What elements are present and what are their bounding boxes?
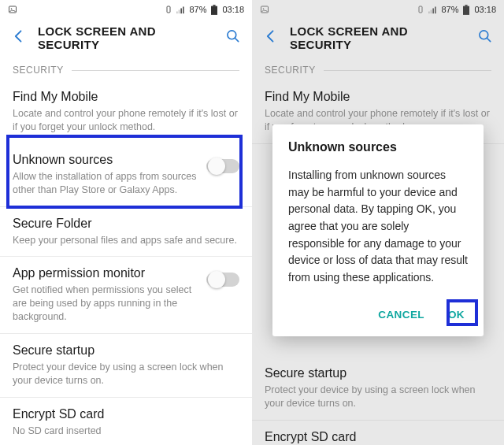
svg-rect-4 <box>179 9 180 13</box>
svg-rect-2 <box>167 6 170 13</box>
modal-overlay: Unknown sources Installing from unknown … <box>252 0 504 445</box>
battery-icon <box>209 5 219 14</box>
item-desc: Keep your personal files and apps safe a… <box>13 234 239 247</box>
clock: 03:18 <box>222 5 244 14</box>
item-desc: Allow the installation of apps from sour… <box>13 170 198 197</box>
status-bar: 87% 03:18 <box>0 0 252 19</box>
item-title: Encrypt SD card <box>13 407 239 421</box>
dialog-title: Unknown sources <box>288 140 468 154</box>
back-icon[interactable] <box>11 28 27 48</box>
svg-rect-7 <box>213 5 216 6</box>
svg-rect-8 <box>211 6 217 14</box>
item-title: Unknown sources <box>13 153 198 167</box>
svg-rect-3 <box>176 11 178 13</box>
page-title: LOCK SCREEN AND SECURITY <box>38 24 214 51</box>
item-secure-startup[interactable]: Secure startup Protect your device by us… <box>0 334 252 398</box>
item-title: Find My Mobile <box>13 90 239 104</box>
item-secure-folder[interactable]: Secure Folder Keep your personal files a… <box>0 207 252 258</box>
dialog-unknown-sources: Unknown sources Installing from unknown … <box>272 124 484 336</box>
item-app-permission-monitor[interactable]: App permission monitor Get notified when… <box>0 257 252 334</box>
svg-line-10 <box>235 39 239 42</box>
right-screenshot: 87% 03:18 LOCK SCREEN AND SECURITY SECUR… <box>252 0 504 445</box>
section-label: SECURITY <box>13 65 64 76</box>
item-desc: Get notified when permissions you select… <box>13 284 198 324</box>
svg-point-1 <box>11 8 13 9</box>
item-find-my-mobile[interactable]: Find My Mobile Locate and control your p… <box>0 80 252 143</box>
item-encrypt-sd[interactable]: Encrypt SD card No SD card inserted <box>0 398 252 445</box>
item-desc: Locate and control your phone remotely i… <box>13 107 239 134</box>
data-saver-icon <box>164 5 173 14</box>
toggle-app-permission[interactable] <box>206 273 239 287</box>
battery-pct: 87% <box>189 5 206 14</box>
item-title: App permission monitor <box>13 266 198 280</box>
item-desc: Protect your device by using a screen lo… <box>13 361 239 388</box>
divider <box>72 70 239 71</box>
item-title: Secure Folder <box>13 217 239 231</box>
toggle-unknown-sources[interactable] <box>206 159 239 173</box>
item-unknown-sources[interactable]: Unknown sources Allow the installation o… <box>0 143 252 207</box>
dialog-body: Installing from unknown sources may be h… <box>288 167 468 287</box>
app-bar: LOCK SCREEN AND SECURITY <box>0 19 252 57</box>
signal-icon <box>176 5 186 14</box>
picture-icon <box>8 5 17 14</box>
svg-rect-5 <box>181 8 183 13</box>
item-desc: No SD card inserted <box>13 425 239 438</box>
svg-rect-6 <box>183 6 184 13</box>
ok-button[interactable]: OK <box>445 302 468 327</box>
left-screenshot: 87% 03:18 LOCK SCREEN AND SECURITY SECUR… <box>0 0 252 445</box>
item-title: Secure startup <box>13 343 239 358</box>
dialog-actions: CANCEL OK <box>288 302 468 327</box>
search-icon[interactable] <box>225 28 241 47</box>
section-header: SECURITY <box>0 57 252 80</box>
cancel-button[interactable]: CANCEL <box>375 302 428 327</box>
